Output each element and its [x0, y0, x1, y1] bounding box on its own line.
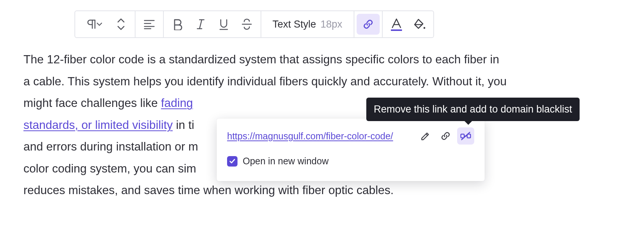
toolbar-group-text — [164, 11, 261, 37]
paragraph-format-dropdown[interactable] — [77, 14, 109, 35]
italic-button[interactable] — [189, 14, 212, 35]
paint-bucket-icon — [413, 18, 426, 30]
link-blacklist-icon — [460, 131, 472, 141]
text-color-button[interactable] — [385, 14, 408, 35]
toolbar-group-align — [136, 11, 164, 37]
unlink-icon — [440, 130, 451, 142]
formatting-toolbar: Text Style 18px — [74, 10, 434, 38]
strikethrough-icon — [241, 18, 252, 30]
body-text: and errors during installation or m — [23, 140, 198, 153]
open-in-new-window-checkbox[interactable] — [227, 156, 237, 167]
text-align-button[interactable] — [138, 14, 161, 35]
edit-link-button[interactable] — [417, 127, 434, 145]
blacklist-tooltip: Remove this link and add to domain black… — [366, 98, 580, 121]
highlight-color-button[interactable] — [408, 14, 431, 35]
underline-button[interactable] — [212, 14, 235, 35]
link-popup-url[interactable]: https://magnusgulf.com/fiber-color-code/ — [227, 131, 393, 142]
text-color-swatch — [391, 29, 402, 31]
align-left-icon — [143, 19, 155, 29]
text-style-selector[interactable]: Text Style 18px — [264, 19, 351, 30]
underline-icon — [219, 18, 229, 30]
toolbar-group-link — [354, 11, 383, 37]
text-style-label: Text Style — [272, 19, 316, 30]
svg-line-16 — [462, 132, 470, 140]
pencil-icon — [420, 131, 431, 141]
italic-icon — [196, 18, 205, 30]
open-in-new-window-row[interactable]: Open in new window — [227, 156, 474, 167]
body-text: color coding system, you can sim — [23, 162, 196, 175]
link-icon — [362, 18, 374, 30]
open-in-new-window-label: Open in new window — [243, 156, 329, 167]
body-text: in ti — [173, 118, 194, 132]
blacklist-link-button[interactable] — [457, 127, 474, 145]
toolbar-group-paragraph — [75, 11, 136, 37]
body-text: reduces mistakes, and saves time when wo… — [23, 183, 393, 197]
strikethrough-button[interactable] — [235, 14, 258, 35]
body-link-2[interactable]: standards, or limited visibility — [23, 118, 173, 132]
tooltip-text: Remove this link and add to domain black… — [374, 104, 572, 115]
body-link-1[interactable]: fading — [161, 96, 193, 110]
toolbar-group-color — [383, 11, 433, 37]
svg-point-11 — [423, 27, 425, 29]
svg-line-6 — [200, 20, 202, 29]
toolbar-group-textstyle: Text Style 18px — [261, 11, 354, 37]
link-edit-popup: https://magnusgulf.com/fiber-color-code/ — [217, 118, 485, 181]
unlink-button[interactable] — [437, 127, 454, 145]
bold-icon — [172, 18, 183, 30]
move-block-button[interactable] — [109, 14, 133, 35]
text-size-value: 18px — [321, 19, 342, 30]
link-popup-actions — [417, 127, 474, 145]
bold-button[interactable] — [166, 14, 189, 35]
svg-line-12 — [426, 134, 428, 136]
pilcrow-icon — [84, 18, 103, 31]
check-icon — [229, 158, 236, 165]
text-color-icon — [391, 18, 402, 28]
chevrons-vertical-icon — [116, 18, 126, 31]
insert-link-button[interactable] — [357, 14, 380, 35]
